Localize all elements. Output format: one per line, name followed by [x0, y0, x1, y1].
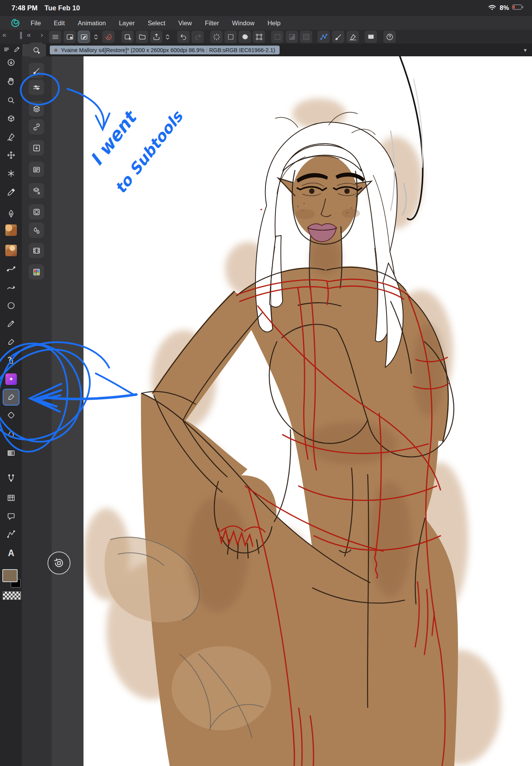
open-file-button[interactable]	[136, 31, 148, 43]
layer-property-panel[interactable]	[29, 162, 44, 177]
menu-animation[interactable]: Animation	[78, 20, 106, 27]
curve-pen-tool-2[interactable]	[3, 280, 19, 296]
color-set-panel[interactable]	[29, 264, 44, 280]
ruler-pen-button[interactable]	[347, 31, 359, 43]
panel-divider: ∥	[19, 31, 23, 39]
app-window: 7:48 PM Tue Feb 10 8%	[0, 0, 532, 766]
move-tool[interactable]	[3, 147, 19, 163]
new-canvas-button[interactable]	[121, 31, 134, 43]
zoom-tool[interactable]	[3, 93, 19, 108]
sub-tool-detail-panel[interactable]	[29, 80, 44, 95]
workspace-margin	[52, 56, 83, 766]
clock: 7:48 PM	[11, 4, 38, 12]
battery-percent: 8%	[499, 4, 509, 12]
reference-pages-button[interactable]	[365, 31, 377, 43]
line-correct-tool[interactable]	[3, 129, 19, 144]
blend-panel[interactable]	[29, 223, 44, 238]
document-title-bar: Yvaine Mallory s4[Restore]* (2000 x 2600…	[46, 44, 532, 56]
blend-tool[interactable]	[3, 408, 19, 423]
tool-property-panel[interactable]	[29, 63, 44, 78]
screen-toggle-button[interactable]	[64, 31, 76, 43]
toolbar-expand-1[interactable]	[90, 31, 102, 43]
help-button[interactable]	[383, 31, 396, 43]
custom-brush-1[interactable]	[3, 223, 19, 238]
menu-file[interactable]: File	[31, 20, 41, 27]
menu-help[interactable]: Help	[267, 20, 280, 27]
reset-display-button[interactable]	[102, 31, 115, 43]
text-tool[interactable]: A	[3, 545, 19, 561]
import-panel[interactable]	[29, 140, 44, 155]
chevron-down-icon[interactable]: ▾	[524, 47, 527, 54]
battery-icon	[512, 4, 524, 12]
layer-panel[interactable]	[29, 101, 44, 116]
marquee-select-button[interactable]	[271, 31, 283, 43]
document-title: Yvaine Mallory s4[Restore]* (2000 x 2600…	[61, 47, 275, 53]
gradient-tool[interactable]	[3, 445, 19, 461]
curve-pen-tool[interactable]	[3, 261, 19, 277]
edit-mode-button[interactable]	[78, 31, 90, 43]
eyedropper-tool[interactable]	[3, 185, 19, 200]
decoration-tool[interactable]: ✦	[3, 372, 19, 387]
drawing-canvas[interactable]	[83, 56, 532, 766]
main-color-swatch[interactable]	[2, 569, 18, 582]
import-tool[interactable]	[3, 55, 19, 70]
brush-mode-button[interactable]	[332, 31, 344, 43]
quick-search-panel[interactable]	[29, 43, 44, 58]
toolbar-expand-2[interactable]	[161, 31, 174, 43]
transparent-color-swatch[interactable]	[3, 591, 21, 600]
menu-edit[interactable]: Edit	[54, 20, 65, 27]
custom-brush-2[interactable]	[3, 243, 19, 258]
link-panel[interactable]	[29, 119, 44, 134]
balloon-tool[interactable]	[3, 509, 19, 524]
main-menu-button[interactable]	[49, 31, 61, 43]
collapse-all-button[interactable]: «	[2, 31, 7, 39]
palette-menu-icon[interactable]	[3, 46, 10, 54]
palette-pencil-icon[interactable]	[13, 46, 20, 54]
auto-select-tool[interactable]	[3, 166, 19, 181]
menu-view[interactable]: View	[178, 20, 192, 27]
eraser-tool-selected[interactable]	[3, 390, 19, 405]
clip-studio-logo-icon	[10, 18, 21, 28]
wifi-icon	[488, 4, 496, 12]
fill-lasso-button[interactable]	[239, 31, 251, 43]
material-panel[interactable]	[29, 204, 44, 219]
vector-line-button[interactable]	[318, 31, 330, 43]
select-area-button[interactable]	[224, 31, 237, 43]
date: Tue Feb 10	[44, 4, 80, 12]
layer-template-panel[interactable]	[29, 183, 44, 198]
figure-tool[interactable]	[3, 298, 19, 313]
pattern-area-button[interactable]	[300, 31, 312, 43]
polyline-tool[interactable]	[3, 527, 19, 542]
pan-tool[interactable]	[3, 74, 19, 89]
pen-tool[interactable]	[3, 206, 19, 221]
menu-layer[interactable]: Layer	[119, 20, 134, 27]
select-wand-button[interactable]	[210, 31, 223, 43]
expand-button[interactable]: ›	[41, 31, 43, 39]
watercolor-tool[interactable]	[3, 426, 19, 442]
menu-window[interactable]: Window	[232, 20, 255, 27]
redo-button[interactable]	[192, 31, 204, 43]
operate-3d-tool[interactable]	[3, 111, 19, 126]
eraser-tool[interactable]	[3, 334, 19, 350]
unsaved-dot-icon	[54, 49, 57, 52]
menu-select[interactable]: Select	[148, 20, 165, 27]
menu-items: FileEditAnimationLayerSelectViewFilterWi…	[31, 20, 280, 27]
crop-frame-button[interactable]	[253, 31, 265, 43]
marker-tool[interactable]	[3, 316, 19, 331]
layer-mask-button[interactable]	[286, 31, 298, 43]
canvas-artwork	[83, 56, 532, 766]
timeline-panel[interactable]	[29, 243, 44, 258]
menu-filter[interactable]: Filter	[205, 20, 219, 27]
liquify-tool[interactable]	[3, 470, 19, 486]
grid-tool[interactable]	[3, 490, 19, 506]
reset-rotation-button[interactable]	[47, 552, 70, 574]
airbrush-tool[interactable]	[3, 353, 19, 368]
document-tab[interactable]: Yvaine Mallory s4[Restore]* (2000 x 2600…	[50, 46, 280, 54]
collapse-button[interactable]: «	[27, 31, 31, 39]
export-button[interactable]	[150, 31, 162, 43]
undo-button[interactable]	[177, 31, 190, 43]
menu-bar: FileEditAnimationLayerSelectViewFilterWi…	[0, 16, 532, 30]
status-bar: 7:48 PM Tue Feb 10 8%	[0, 0, 532, 16]
